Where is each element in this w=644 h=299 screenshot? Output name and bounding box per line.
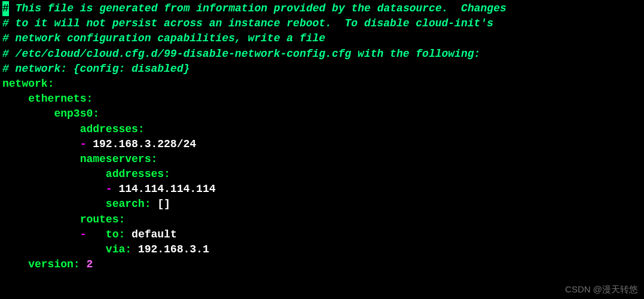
comment-line-2: # to it will not persist across an insta… — [2, 16, 642, 31]
yaml-nameservers: nameservers: — [2, 152, 642, 167]
terminal-editor[interactable]: # This file is generated from informatio… — [2, 1, 642, 272]
yaml-ns-addresses: addresses: — [2, 167, 642, 182]
cursor: # — [2, 1, 9, 16]
yaml-addresses-item: - 192.168.3.228/24 — [2, 137, 642, 152]
comment-line-5: # network: {config: disabled} — [2, 62, 642, 77]
comment-line-4: # /etc/cloud/cloud.cfg.d/99-disable-netw… — [2, 47, 642, 62]
yaml-routes: routes: — [2, 212, 642, 227]
yaml-network: network: — [2, 77, 642, 91]
watermark: CSDN @漫天转悠 — [565, 283, 638, 295]
yaml-version: version: 2 — [2, 257, 642, 272]
yaml-addresses: addresses: — [2, 122, 642, 137]
yaml-ns-addresses-item: - 114.114.114.114 — [2, 182, 642, 197]
yaml-search: search: [] — [2, 197, 642, 212]
comment-line-1: # This file is generated from informatio… — [2, 1, 642, 16]
yaml-ethernets: ethernets: — [2, 91, 642, 106]
yaml-routes-to: - to: default — [2, 227, 642, 242]
yaml-interface: enp3s0: — [2, 106, 642, 121]
yaml-routes-via: via: 192.168.3.1 — [2, 242, 642, 257]
comment-line-3: # network configuration capabilities, wr… — [2, 31, 642, 46]
